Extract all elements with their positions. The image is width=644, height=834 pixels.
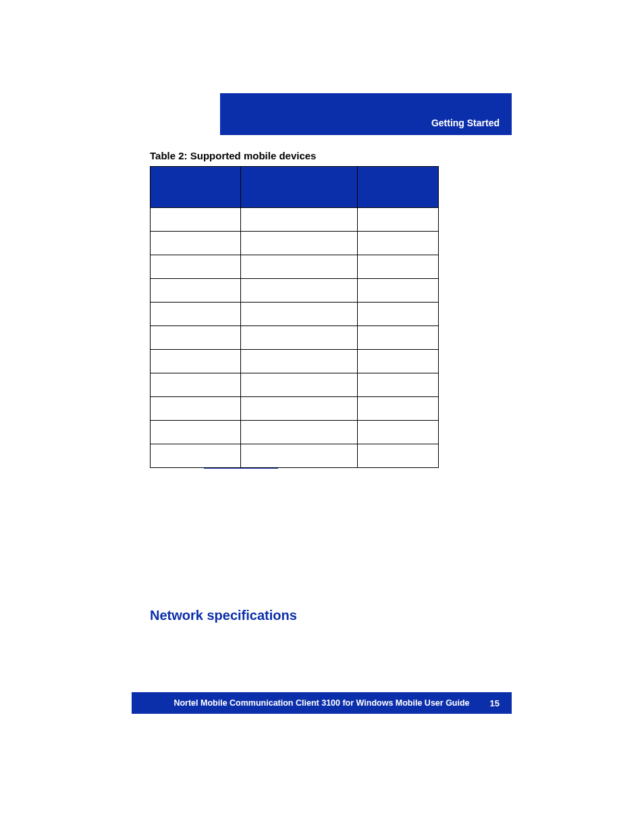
table-cell <box>357 303 438 326</box>
table-cell <box>151 397 241 421</box>
header-band: Getting Started <box>220 93 512 135</box>
section-heading-network-specifications: Network specifications <box>150 608 297 623</box>
table-cell <box>240 255 357 279</box>
table-row <box>151 444 439 468</box>
table-cell <box>357 208 438 232</box>
table-row <box>151 255 439 279</box>
table-cell <box>151 421 241 444</box>
table-cell <box>151 255 241 279</box>
table-row <box>151 326 439 350</box>
table-cell <box>151 326 241 350</box>
footer-band: Nortel Mobile Communication Client 3100 … <box>132 692 512 714</box>
table-cell <box>357 255 438 279</box>
table-row <box>151 397 439 421</box>
header-section-name: Getting Started <box>431 118 500 128</box>
table-caption: Table 2: Supported mobile devices <box>150 150 316 161</box>
table-cell <box>240 444 357 468</box>
table-cell <box>240 373 357 397</box>
document-page: Getting Started Table 2: Supported mobil… <box>0 0 644 834</box>
table-cell <box>151 303 241 326</box>
table-cell <box>151 232 241 255</box>
table-header-cell <box>357 167 438 208</box>
table-cell <box>151 208 241 232</box>
table-row <box>151 373 439 397</box>
table-header-cell <box>240 167 357 208</box>
footer-document-title: Nortel Mobile Communication Client 3100 … <box>173 698 469 708</box>
table-cell <box>357 350 438 373</box>
table-row <box>151 350 439 373</box>
table-cell <box>240 279 357 303</box>
table-cell <box>357 232 438 255</box>
table-cell <box>357 373 438 397</box>
link-underline[interactable] <box>204 468 278 469</box>
table-header-cell <box>151 167 241 208</box>
table-cell <box>240 232 357 255</box>
table-row <box>151 421 439 444</box>
table-header-row <box>151 167 439 208</box>
table-row <box>151 232 439 255</box>
table-cell <box>357 444 438 468</box>
table-cell <box>151 350 241 373</box>
table-row <box>151 303 439 326</box>
table-cell <box>151 444 241 468</box>
table-row <box>151 279 439 303</box>
table-cell <box>151 279 241 303</box>
table-cell <box>357 421 438 444</box>
table-cell <box>357 397 438 421</box>
footer-page-number: 15 <box>490 698 500 708</box>
table-cell <box>240 350 357 373</box>
table-cell <box>240 208 357 232</box>
table-cell <box>357 326 438 350</box>
supported-devices-table <box>150 166 439 468</box>
table-cell <box>240 397 357 421</box>
table-cell <box>240 326 357 350</box>
table-row <box>151 208 439 232</box>
table-cell <box>357 279 438 303</box>
table-cell <box>151 373 241 397</box>
table-cell <box>240 421 357 444</box>
table-cell <box>240 303 357 326</box>
